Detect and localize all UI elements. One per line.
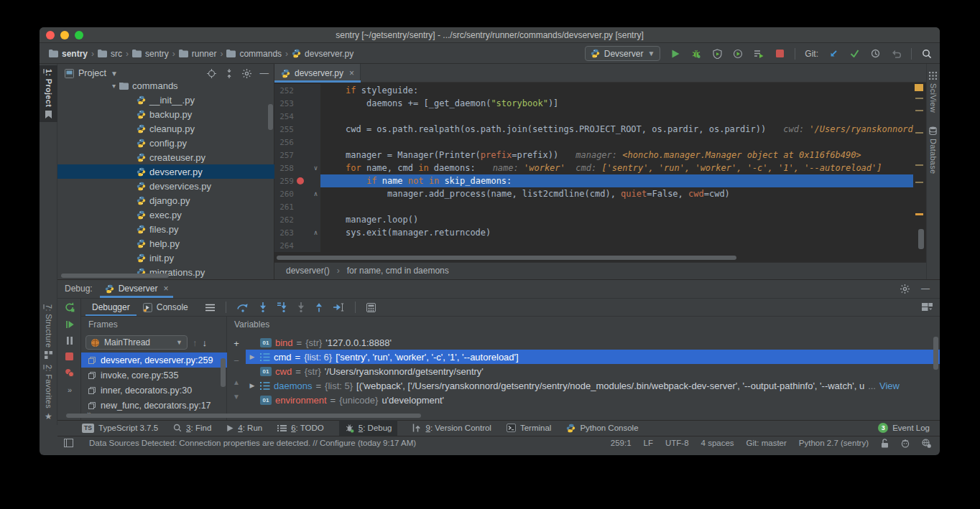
gutter-line-254[interactable]: 254 (274, 110, 320, 123)
remove-watch-icon[interactable]: − (234, 355, 239, 366)
chevron-down-icon[interactable]: ▼ (111, 70, 118, 78)
variable-row-cmd[interactable]: ▶cmd={list: 6}['sentry', 'run', 'worker'… (246, 350, 940, 364)
code-editor[interactable]: 252if styleguide:253daemons += [_get_dae… (274, 83, 926, 255)
toolwindow-button-todo[interactable]: 6: TODO (277, 424, 324, 432)
git-update-button[interactable] (828, 48, 839, 60)
add-watch-icon[interactable]: + (234, 338, 239, 349)
tree-folder-commands[interactable]: ▾commands (57, 83, 274, 93)
status-item-4-spaces[interactable]: 4 spaces (701, 439, 734, 447)
code-line-256[interactable]: 256 (274, 136, 926, 149)
web-gear-icon[interactable] (922, 439, 931, 448)
code-line-264[interactable]: 264 (274, 239, 926, 252)
code-line-252[interactable]: 252if styleguide: (274, 84, 926, 97)
tool-stripe-database[interactable]: Database (926, 123, 940, 178)
status-item-lf[interactable]: LF (644, 439, 653, 447)
code-line-262[interactable]: 262manager.loop() (274, 213, 926, 226)
tree-file-django.py[interactable]: django.py (57, 193, 274, 207)
gutter-line-259[interactable]: 259 (274, 174, 320, 187)
unlock-icon[interactable] (881, 439, 889, 448)
gutter-line-260[interactable]: 260∧ (274, 187, 320, 200)
status-message[interactable]: Data Sources Detected: Connection proper… (89, 439, 416, 447)
evaluate-expression-icon[interactable] (366, 303, 376, 312)
stop-button[interactable] (774, 48, 785, 60)
code-line-260[interactable]: 260∧manager.add_process(name, list2cmdli… (274, 187, 926, 200)
debug-horizontal-scrollbar[interactable] (66, 414, 421, 418)
gear-icon[interactable] (900, 284, 910, 294)
step-over-icon[interactable] (237, 303, 249, 312)
toolwindow-button-find[interactable]: 3: Find (173, 424, 211, 432)
toolwindow-button-run[interactable]: 4: Run (226, 424, 262, 432)
debug-session-tab[interactable]: Devserver × (100, 279, 174, 298)
resume-icon[interactable] (65, 320, 74, 329)
toggle-tool-windows-icon[interactable] (64, 439, 73, 447)
gutter-line-264[interactable]: 264 (274, 239, 320, 252)
tree-file-init.py[interactable]: init.py (57, 251, 274, 265)
expand-icon[interactable]: ▶ (248, 382, 256, 389)
code-line-258[interactable]: 258∨for name, cmd in daemons:name: 'work… (274, 162, 926, 174)
tab-console[interactable]: Console (137, 299, 195, 316)
run-configuration-select[interactable]: Devserver ▼ (585, 46, 661, 61)
editor-tab-devserver[interactable]: devserver.py × (274, 64, 361, 83)
project-panel-title[interactable]: Project (78, 68, 106, 78)
chevron-down-icon[interactable]: ▾ (112, 83, 116, 90)
move-up-icon[interactable]: ▲ (233, 378, 240, 386)
step-into-my-code-icon[interactable] (277, 302, 287, 312)
tree-file-createuser.py[interactable]: createuser.py (57, 150, 274, 164)
status-item-utf-8[interactable]: UTF-8 (665, 439, 689, 447)
hector-icon[interactable] (901, 439, 910, 448)
code-line-255[interactable]: 255cwd = os.path.realpath(os.path.join(s… (274, 123, 926, 136)
status-item-python-2-7-sentry[interactable]: Python 2.7 (sentry) (799, 439, 869, 447)
editor-horizontal-scrollbar[interactable] (274, 255, 926, 261)
toolwindow-button-typescript-3-7-5[interactable]: TSTypeScript 3.7.5 (82, 424, 158, 433)
breadcrumb-item-runner[interactable]: runner (179, 49, 217, 59)
tree-file-__init__.py[interactable]: __init__.py (57, 93, 274, 107)
editor-vertical-scrollbar[interactable] (918, 229, 924, 249)
tree-file-config.py[interactable]: config.py (57, 136, 274, 150)
next-frame-icon[interactable]: ↓ (203, 337, 208, 348)
hide-panel-button[interactable]: — (260, 68, 269, 78)
gutter-line-258[interactable]: 258∨ (274, 162, 320, 174)
gear-icon[interactable] (242, 69, 251, 78)
run-with-concurrency-button[interactable] (753, 48, 764, 60)
layout-menu-icon[interactable] (205, 304, 215, 312)
code-line-259[interactable]: 259if name not in skip_daemons: (274, 174, 926, 187)
tree-file-cleanup.py[interactable]: cleanup.py (57, 121, 274, 136)
tab-debugger[interactable]: Debugger (85, 299, 137, 316)
gutter-line-256[interactable]: 256 (274, 136, 320, 149)
restore-layout-icon[interactable] (922, 303, 933, 312)
close-icon[interactable]: × (162, 284, 168, 294)
frames-scrollbar[interactable] (221, 358, 226, 387)
locate-file-button[interactable] (207, 69, 216, 78)
code-line-263[interactable]: 263∧sys.exit(manager.returncode) (274, 226, 926, 239)
code-line-254[interactable]: 254 (274, 110, 926, 123)
tool-stripe-project[interactable]: 1: Project (40, 65, 57, 122)
gutter-line-257[interactable]: 257 (274, 149, 320, 162)
step-into-icon[interactable] (259, 302, 267, 312)
code-line-253[interactable]: 253daemons += [_get_daemon("storybook")] (274, 97, 926, 110)
hide-debug-panel-button[interactable]: — (921, 284, 930, 294)
step-out-icon[interactable] (315, 302, 323, 312)
project-horizontal-scrollbar[interactable] (61, 274, 169, 278)
breadcrumb-item-devserver.py[interactable]: devserver.py (292, 49, 353, 59)
fold-marker-icon[interactable]: ∧ (311, 190, 320, 197)
stack-frame-row[interactable]: devserver, devserver.py:259 (81, 352, 227, 368)
run-to-cursor-icon[interactable] (333, 303, 344, 312)
gutter-line-263[interactable]: 263∧ (274, 226, 320, 239)
breadcrumb-function[interactable]: devserver() (286, 266, 330, 276)
tree-file-devserver.py[interactable]: devserver.py (57, 164, 274, 179)
gutter-line-261[interactable]: 261 (274, 200, 320, 213)
breadcrumb-item-sentry[interactable]: sentry (49, 49, 88, 59)
debug-button[interactable] (690, 48, 702, 60)
move-down-icon[interactable]: ▼ (233, 393, 240, 401)
variable-row-environment[interactable]: 01environment={unicode}u'development' (246, 393, 940, 407)
fold-marker-icon[interactable]: ∧ (311, 229, 320, 236)
gutter-line-262[interactable]: 262 (274, 213, 320, 226)
view-breakpoints-icon[interactable] (65, 368, 75, 378)
force-step-into-icon[interactable] (297, 302, 305, 312)
status-item-git-master[interactable]: Git: master (746, 439, 787, 447)
stack-frame-row[interactable]: inner, decorators.py:30 (81, 383, 227, 398)
tree-file-help.py[interactable]: help.py (57, 236, 274, 251)
breadcrumb-statement[interactable]: for name, cmd in daemons (347, 266, 449, 276)
toolwindow-button-python-console[interactable]: Python Console (566, 424, 638, 433)
git-commit-button[interactable] (849, 48, 860, 60)
